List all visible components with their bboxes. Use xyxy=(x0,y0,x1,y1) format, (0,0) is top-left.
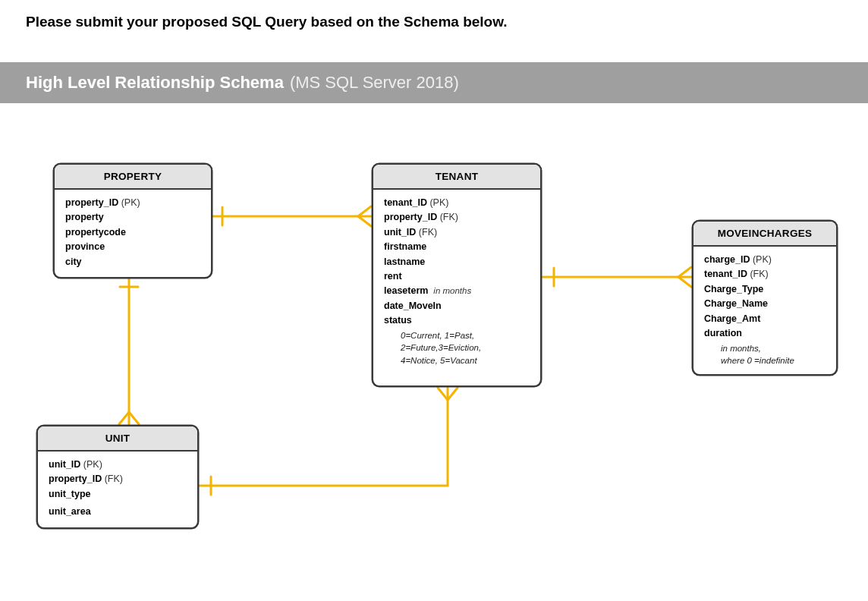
field-row: duration xyxy=(704,326,827,341)
field-note: in months, where 0 =indefinite xyxy=(721,342,827,367)
field-row: tenant_ID (PK) xyxy=(384,196,531,210)
field-row: rent xyxy=(384,269,531,284)
field-row: unit_type xyxy=(49,487,188,502)
svg-line-7 xyxy=(678,277,691,287)
entity-tenant: TENANT tenant_ID (PK) property_ID (FK) u… xyxy=(372,163,542,387)
field-row: property xyxy=(65,210,202,225)
entity-fields: unit_ID (PK) property_ID (FK) unit_type … xyxy=(38,452,197,527)
field-row: province xyxy=(65,240,202,254)
field-row: unit_ID (FK) xyxy=(384,225,531,240)
field-row: Charge_Type xyxy=(704,282,827,297)
entity-title: MOVEINCHARGES xyxy=(693,222,836,247)
banner-title-light: (MS SQL Server 2018) xyxy=(290,73,459,93)
svg-line-2 xyxy=(358,206,371,216)
field-row: property_ID (FK) xyxy=(384,210,531,225)
field-row: Charge_Amt xyxy=(704,312,827,326)
entity-fields: tenant_ID (PK) property_ID (FK) unit_ID … xyxy=(373,190,540,374)
entity-fields: property_ID (PK) property propertycode p… xyxy=(55,190,211,277)
field-row: property_ID (FK) xyxy=(49,472,188,486)
banner-title-strong: High Level Relationship Schema xyxy=(26,73,284,93)
svg-line-14 xyxy=(448,388,458,400)
schema-banner: High Level Relationship Schema (MS SQL S… xyxy=(0,62,868,103)
field-row: unit_area xyxy=(49,505,188,519)
field-row: tenant_ID (FK) xyxy=(704,267,827,282)
svg-line-11 xyxy=(129,412,139,424)
field-note: 0=Current, 1=Past, 2=Future,3=Eviction, … xyxy=(401,329,531,366)
entity-title: TENANT xyxy=(373,165,540,190)
field-row: Charge_Name xyxy=(704,297,827,311)
field-row: firstname xyxy=(384,240,531,254)
field-row: unit_ID (PK) xyxy=(49,458,188,472)
field-row: charge_ID (PK) xyxy=(704,253,827,267)
field-row: propertycode xyxy=(65,225,202,240)
entity-title: UNIT xyxy=(38,426,197,452)
field-row: leaseterm in months xyxy=(384,284,531,298)
svg-line-6 xyxy=(678,267,691,277)
er-diagram: PROPERTY property_ID (PK) property prope… xyxy=(0,121,868,601)
field-row: date_MoveIn xyxy=(384,299,531,313)
svg-line-3 xyxy=(358,216,371,226)
entity-title: PROPERTY xyxy=(55,165,211,190)
field-row: property_ID (PK) xyxy=(65,196,202,210)
svg-line-13 xyxy=(438,388,448,400)
instruction-text: Please submit your proposed SQL Query ba… xyxy=(0,0,868,30)
entity-property: PROPERTY property_ID (PK) property prope… xyxy=(53,163,212,278)
entity-unit: UNIT unit_ID (PK) property_ID (FK) unit_… xyxy=(36,425,199,529)
field-row: status xyxy=(384,313,531,328)
entity-fields: charge_ID (PK) tenant_ID (FK) Charge_Typ… xyxy=(693,247,836,374)
entity-moveincharges: MOVEINCHARGES charge_ID (PK) tenant_ID (… xyxy=(692,220,838,376)
field-row: lastname xyxy=(384,255,531,269)
svg-line-10 xyxy=(119,412,129,424)
field-row: city xyxy=(65,255,202,269)
